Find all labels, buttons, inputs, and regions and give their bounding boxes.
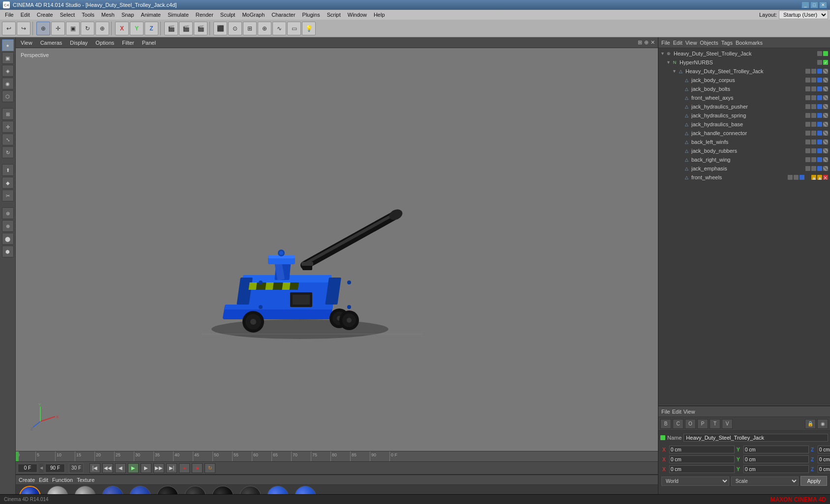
viewport-menu-panel[interactable]: Panel [140, 39, 158, 46]
scale-tool-l[interactable]: ⤡ [2, 134, 14, 145]
dot1-hs[interactable] [805, 113, 810, 118]
texture-mode[interactable]: ▣ [2, 52, 14, 64]
dot4-hc[interactable] [823, 131, 828, 136]
mat-menu-create[interactable]: Create [19, 477, 35, 483]
menu-file[interactable]: File [2, 11, 17, 19]
stop-button[interactable]: ■ [192, 463, 203, 473]
paint-tool[interactable]: ⬢ [2, 246, 14, 257]
menu-window[interactable]: Window [345, 11, 370, 19]
menu-mograph[interactable]: MoGraph [239, 11, 267, 19]
dot2-blw[interactable] [811, 140, 816, 144]
render-region[interactable]: 🎬 [164, 22, 178, 35]
mat-menu-function[interactable]: Function [52, 477, 73, 483]
attr-mode-object[interactable]: O [685, 419, 696, 429]
menu-help[interactable]: Help [371, 11, 388, 19]
dot1-hp[interactable] [805, 104, 810, 109]
dot1-br[interactable] [805, 148, 810, 153]
viewport-menu-cameras[interactable]: Cameras [38, 39, 64, 46]
obj-row-jack-emphasis[interactable]: △ jack_emphasis [658, 164, 830, 173]
transform-tool[interactable]: ⊕ [95, 22, 109, 35]
play-button[interactable]: ▶ [128, 463, 139, 473]
record-button[interactable]: ● [179, 463, 190, 473]
close-button[interactable]: ✕ [819, 1, 827, 8]
attr-lock[interactable]: 🔒 [805, 419, 816, 429]
menu-mesh[interactable]: Mesh [98, 11, 118, 19]
dot3-br[interactable] [817, 148, 822, 153]
light-tool[interactable]: 💡 [302, 22, 316, 35]
viewport-dots-icon[interactable]: ⊕ [644, 39, 649, 46]
dot-blue-jack[interactable] [817, 69, 822, 74]
dot4-hb[interactable] [823, 122, 828, 127]
dot1-hb[interactable] [805, 122, 810, 127]
dot1-corpus[interactable] [805, 78, 810, 83]
cube-primitive[interactable]: ⬛ [213, 22, 227, 35]
knife-tool[interactable]: ✂ [2, 190, 14, 201]
menu-animate[interactable]: Animate [138, 11, 164, 19]
menu-render[interactable]: Render [193, 11, 216, 19]
dot3-hb[interactable] [817, 122, 822, 127]
attr-mode-vis[interactable]: V [722, 419, 733, 429]
dot3-bolts[interactable] [817, 86, 822, 91]
rot-x-input[interactable] [669, 455, 735, 463]
dot-render-root[interactable] [823, 51, 828, 56]
size-x-input[interactable] [669, 465, 735, 473]
pos-x-input[interactable] [669, 446, 735, 453]
menu-edit[interactable]: Edit [18, 11, 33, 19]
viewport-x-icon[interactable]: ✕ [651, 39, 655, 46]
weld-tool[interactable]: ⊕ [2, 220, 14, 232]
y-axis[interactable]: Y [130, 22, 144, 35]
dot4-hs[interactable] [823, 113, 828, 118]
move-tool[interactable]: ✛ [51, 22, 65, 35]
dot4-fwa[interactable] [823, 95, 828, 100]
dot2-hs[interactable] [811, 113, 816, 118]
menu-script[interactable]: Script [324, 11, 344, 19]
go-start-button[interactable]: |◀ [89, 463, 100, 473]
dot4-hp[interactable] [823, 104, 828, 109]
obj-row-front-wheels[interactable]: △ front_wheels ▲ ▲ ✕ [658, 173, 830, 182]
timeline-playhead[interactable] [16, 451, 19, 461]
attr-mode-tag[interactable]: T [710, 419, 720, 429]
dot3-blw[interactable] [817, 140, 822, 144]
dot-check-nurbs[interactable]: ✓ [823, 60, 828, 65]
go-end-button[interactable]: ▶| [166, 463, 177, 473]
menu-plugins[interactable]: Plugins [299, 11, 323, 19]
dot3-je[interactable] [817, 166, 822, 171]
dot2-je[interactable] [811, 166, 816, 171]
rotate-tool-l[interactable]: ↻ [2, 146, 14, 158]
dot1-hc[interactable] [805, 131, 810, 136]
undo-button[interactable]: ↩ [2, 22, 16, 35]
dot2-corpus[interactable] [811, 78, 816, 83]
dot4-je[interactable] [823, 166, 828, 171]
dot1-fw[interactable] [788, 175, 793, 180]
maximize-button[interactable]: □ [810, 1, 818, 8]
coords-menu-view[interactable]: View [683, 409, 695, 415]
attr-anim[interactable]: ◉ [817, 419, 828, 429]
dot2-brw[interactable] [811, 157, 816, 162]
dot3-fwa[interactable] [817, 95, 822, 100]
minimize-button[interactable]: _ [801, 1, 809, 8]
bridge-tool[interactable]: ⬤ [2, 233, 14, 245]
om-menu-bookmarks[interactable]: Bookmarks [736, 40, 763, 46]
om-menu-tags[interactable]: Tags [721, 40, 733, 46]
dot3-brw[interactable] [817, 157, 822, 162]
dot1-blw[interactable] [805, 140, 810, 144]
dot-red-fw[interactable]: ✕ [823, 175, 828, 180]
fps-input[interactable] [45, 464, 65, 473]
dot2-br[interactable] [811, 148, 816, 153]
dot-vis-nurbs[interactable] [817, 60, 822, 65]
dot2-fwa[interactable] [811, 95, 816, 100]
frame-input[interactable] [18, 464, 37, 473]
expand-jack[interactable]: ▼ [672, 69, 677, 74]
model-mode[interactable]: ● [2, 39, 14, 51]
dot1-je[interactable] [805, 166, 810, 171]
coords-menu-file[interactable]: File [661, 409, 670, 415]
dot2-hc[interactable] [811, 131, 816, 136]
viewport-maximize-icon[interactable]: ⊞ [638, 39, 642, 46]
om-menu-objects[interactable]: Objects [700, 40, 718, 46]
dot1-brw[interactable] [805, 157, 810, 162]
spline-tool[interactable]: ∿ [272, 22, 286, 35]
dot3-hs[interactable] [817, 113, 822, 118]
dot-warn-fw[interactable]: ▲ [811, 175, 816, 180]
z-axis[interactable]: Z [145, 22, 158, 35]
menu-simulate[interactable]: Simulate [165, 11, 192, 19]
